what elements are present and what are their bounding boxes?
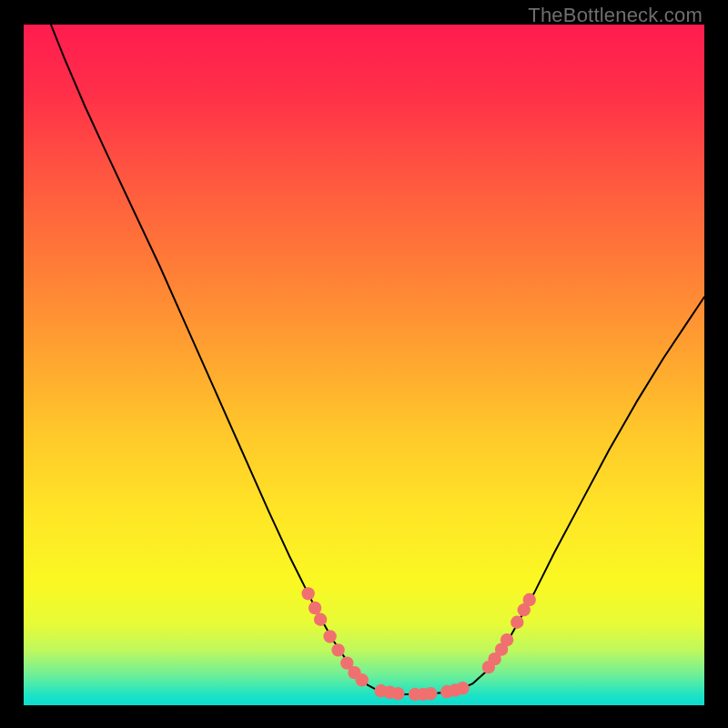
data-point bbox=[456, 682, 469, 694]
data-point bbox=[511, 616, 523, 629]
data-point bbox=[301, 587, 314, 600]
data-point bbox=[323, 630, 336, 642]
data-point bbox=[523, 593, 536, 606]
data-point bbox=[391, 687, 404, 700]
data-point bbox=[500, 633, 513, 646]
chart-frame bbox=[24, 25, 704, 705]
data-point bbox=[331, 643, 344, 656]
data-point bbox=[314, 613, 327, 626]
data-point bbox=[308, 602, 321, 614]
plot-background bbox=[24, 25, 704, 705]
chart-svg bbox=[24, 25, 704, 705]
data-point bbox=[424, 687, 437, 700]
data-point bbox=[356, 673, 369, 686]
